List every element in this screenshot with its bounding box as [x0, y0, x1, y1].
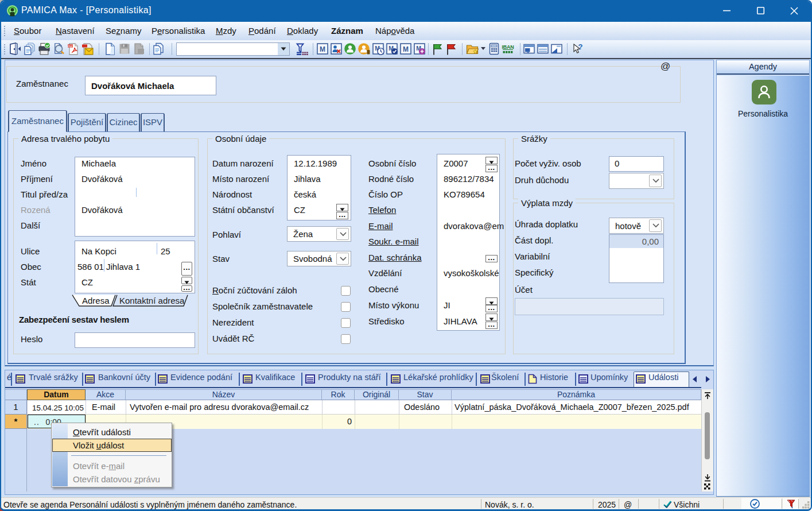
svg-text:M: M: [403, 45, 409, 53]
svg-text:M: M: [320, 45, 325, 53]
svg-text:?: ?: [578, 42, 583, 51]
svg-text:Adresa: Adresa: [82, 296, 110, 305]
svg-text:PDF: PDF: [68, 45, 73, 48]
svg-text:Kontaktní adresa: Kontaktní adresa: [119, 296, 185, 305]
svg-text:IBAN: IBAN: [502, 44, 514, 50]
